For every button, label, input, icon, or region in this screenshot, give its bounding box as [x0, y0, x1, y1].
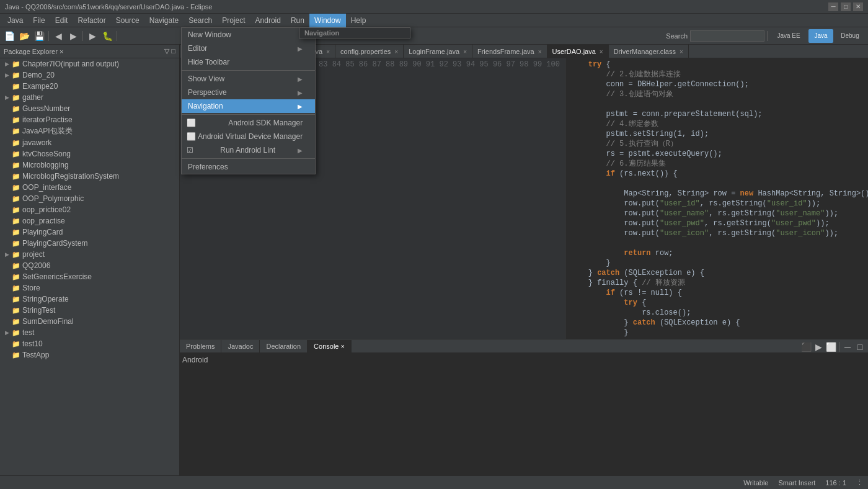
tab-loginframe-label: LoginFrame.java	[409, 48, 459, 55]
java-ee-button[interactable]: Java EE	[770, 29, 807, 43]
close-button[interactable]: ✕	[853, 2, 863, 11]
sidebar-header: Package Explorer × ▽ □	[0, 45, 179, 58]
sidebar-item[interactable]: ▶📁gather	[0, 92, 179, 103]
tab-loginframe-close[interactable]: ×	[463, 48, 467, 55]
tab-declaration[interactable]: Declaration	[260, 340, 308, 352]
tree-expand-arrow[interactable]: ▶	[2, 330, 11, 336]
tab-server-close[interactable]: ×	[326, 48, 330, 55]
sidebar-item[interactable]: 📁SumDemoFinal	[0, 316, 179, 327]
tab-javadoc[interactable]: Javadoc	[221, 340, 260, 352]
sidebar-item[interactable]: 📁OOP_interface	[0, 182, 179, 193]
sidebar-item[interactable]: 📁ktvChoseSong	[0, 148, 179, 159]
console-maximize[interactable]: □	[854, 341, 866, 352]
toolbar-open[interactable]: 📂	[17, 29, 31, 43]
menu-refactor[interactable]: Refactor	[73, 14, 110, 27]
toolbar-new[interactable]: 📄	[2, 29, 16, 43]
sidebar-item[interactable]: 📁oop_practise	[0, 215, 179, 227]
tree-item-label: PlayingCardSystem	[22, 239, 87, 248]
tab-config[interactable]: config.properties ×	[335, 45, 404, 58]
tree-item-icon: 📁	[11, 227, 21, 237]
toolbar-back[interactable]: ◀	[51, 29, 65, 43]
tree-item-icon: 📁	[11, 272, 21, 282]
tree-expand-arrow[interactable]: ▶	[2, 94, 11, 101]
tab-friendsframe[interactable]: FriendsFrame.java ×	[472, 45, 547, 58]
sidebar-item[interactable]: 📁test10	[0, 338, 179, 349]
toolbar-run[interactable]: ▶	[86, 29, 99, 43]
tab-problems[interactable]: Problems	[180, 340, 221, 352]
sidebar-item[interactable]: 📁QQ2006	[0, 260, 179, 271]
console-toolbar-btn-3[interactable]: ⬜	[825, 341, 836, 352]
tree-item-icon: 📁	[11, 205, 21, 215]
toolbar-debug[interactable]: 🐛	[100, 29, 114, 43]
sidebar-item[interactable]: 📁GuessNumber	[0, 103, 179, 114]
sidebar-item[interactable]: 📁JavaAPI包装类	[0, 125, 179, 137]
tree-item-label: OOP_interface	[22, 183, 71, 192]
console-toolbar-btn-1[interactable]: ⬛	[800, 341, 812, 352]
sidebar-item[interactable]: 📁oop_prictice02	[0, 204, 179, 215]
tab-config-close[interactable]: ×	[394, 48, 398, 55]
menu-project[interactable]: Project	[217, 14, 250, 27]
search-input[interactable]	[690, 30, 764, 42]
sidebar-item[interactable]: ▶📁Demo_20	[0, 70, 179, 81]
menu-editor[interactable]: Editor ▶	[182, 42, 315, 55]
code-content[interactable]: try { // 2.创建数据库连接 conn = DBHelper.getCo…	[565, 58, 868, 339]
sidebar-item[interactable]: 📁Store	[0, 282, 179, 294]
sidebar-item[interactable]: 📁Microblogging	[0, 159, 179, 171]
status-writable: Writable	[743, 479, 768, 487]
tab-drivermanager-close[interactable]: ×	[680, 48, 683, 55]
menu-file[interactable]: File	[28, 14, 50, 27]
maximize-button[interactable]: □	[841, 2, 851, 11]
menu-perspective[interactable]: Perspective ▶	[182, 86, 315, 99]
sidebar-item[interactable]: 📁PlayingCard	[0, 227, 179, 238]
menu-run-lint[interactable]: ☑ Run Android Lint ▶	[182, 143, 315, 157]
console-sep	[839, 342, 839, 352]
tree-item-label: project	[22, 250, 45, 259]
menu-android-sdk[interactable]: ⬜ Android SDK Manager	[182, 116, 315, 130]
tab-console[interactable]: Console ×	[308, 340, 352, 352]
tab-userdao-close[interactable]: ×	[600, 48, 603, 55]
tree-expand-arrow[interactable]: ▶	[2, 72, 11, 78]
sidebar-item[interactable]: 📁StringTest	[0, 305, 179, 316]
sidebar-item[interactable]: ▶📁project	[0, 249, 179, 260]
sidebar-item[interactable]: 📁iteratorPractise	[0, 114, 179, 125]
menu-android-avd[interactable]: ⬜ Android Virtual Device Manager	[182, 130, 315, 143]
sidebar-item[interactable]: 📁MicroblogRegistrationSystem	[0, 171, 179, 182]
sidebar-item[interactable]: 📁TestApp	[0, 349, 179, 361]
sidebar-item[interactable]: 📁Exampe20	[0, 81, 179, 92]
tab-drivermanager[interactable]: DriverManager.class ×	[609, 45, 689, 58]
tree-expand-arrow[interactable]: ▶	[2, 61, 11, 67]
sidebar-title: Package Explorer ×	[4, 48, 63, 55]
toolbar-forward[interactable]: ▶	[66, 29, 80, 43]
menu-android[interactable]: Android	[250, 14, 286, 27]
menu-search[interactable]: Search	[184, 14, 217, 27]
menu-show-view[interactable]: Show View ▶	[182, 72, 315, 86]
sidebar-item[interactable]: 📁javawork	[0, 137, 179, 148]
menu-edit[interactable]: Edit	[50, 14, 73, 27]
sidebar-item[interactable]: ▶📁Chapter7IO(input and output)	[0, 58, 179, 70]
toolbar-save[interactable]: 💾	[32, 29, 46, 43]
tab-friendsframe-close[interactable]: ×	[538, 48, 542, 55]
menu-source[interactable]: Source	[111, 14, 144, 27]
console-minimize[interactable]: ─	[842, 341, 853, 352]
menu-navigate[interactable]: Navigate	[144, 14, 184, 27]
menu-java[interactable]: Java	[2, 14, 28, 27]
menu-navigation[interactable]: Navigation ▶	[182, 99, 315, 113]
menu-help[interactable]: Help	[346, 14, 371, 27]
menu-new-window[interactable]: New Window	[182, 28, 315, 42]
console-toolbar-btn-2[interactable]: ▶	[813, 341, 824, 352]
menu-hide-toolbar[interactable]: Hide Toolbar	[182, 55, 315, 69]
minimize-button[interactable]: ─	[828, 2, 838, 11]
sidebar-item[interactable]: 📁PlayingCardSystem	[0, 238, 179, 249]
java-button[interactable]: Java	[808, 29, 833, 43]
menu-run[interactable]: Run	[286, 14, 309, 27]
tab-loginframe[interactable]: LoginFrame.java ×	[404, 45, 472, 58]
sidebar-item[interactable]: 📁OOP_Polymorphic	[0, 193, 179, 204]
sidebar-item[interactable]: 📁SetGenericsExercise	[0, 271, 179, 282]
sidebar-item[interactable]: ▶📁test	[0, 327, 179, 338]
tree-expand-arrow[interactable]: ▶	[2, 251, 11, 258]
menu-window[interactable]: Window	[309, 14, 346, 27]
menu-preferences[interactable]: Preferences	[182, 160, 315, 174]
debug-button[interactable]: Debug	[835, 29, 866, 43]
tab-userdao[interactable]: UserDAO.java ×	[547, 45, 609, 58]
sidebar-item[interactable]: 📁StringOperate	[0, 294, 179, 305]
